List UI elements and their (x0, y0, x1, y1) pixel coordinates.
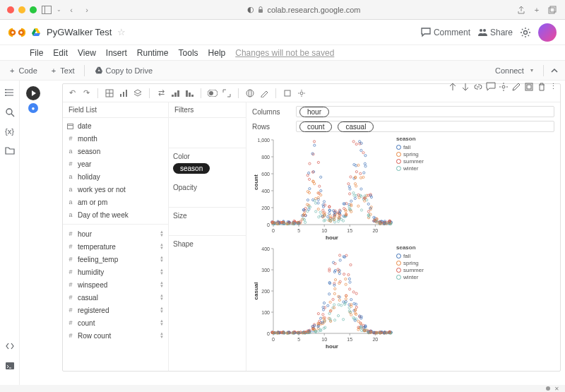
field-agg-stepper[interactable]: ▲▼ (160, 256, 164, 263)
add-text-button[interactable]: + Text (47, 65, 79, 76)
config-icon[interactable] (297, 88, 307, 98)
field-row[interactable]: date (63, 119, 168, 132)
share-button[interactable]: Share (477, 28, 513, 37)
star-icon[interactable]: ☆ (117, 27, 126, 37)
field-row[interactable]: #year (63, 158, 168, 170)
copy-to-drive-button[interactable]: Copy to Drive (90, 65, 157, 76)
sort-desc-icon[interactable] (184, 88, 194, 98)
rows-shelf[interactable]: Rows count casual (252, 120, 554, 133)
field-row[interactable]: #count▲▼ (63, 316, 168, 329)
legend-item[interactable]: summer (396, 266, 424, 273)
legend-item[interactable]: fall (396, 143, 424, 150)
unsaved-notice[interactable]: Changes will not be saved (235, 48, 334, 58)
aggregate-icon[interactable] (105, 88, 114, 98)
move-down-icon[interactable] (460, 82, 470, 92)
field-row[interactable]: #casual▲▼ (63, 291, 168, 304)
color-encoding-slot[interactable]: season (173, 163, 242, 174)
undo-icon[interactable]: ↶ (67, 88, 77, 98)
field-agg-stepper[interactable]: ▲▼ (160, 230, 164, 237)
field-agg-stepper[interactable]: ▲▼ (160, 243, 164, 250)
geo-icon[interactable] (245, 88, 255, 98)
columns-shelf[interactable]: Columns hour (252, 105, 554, 118)
row-pill-count[interactable]: count (299, 121, 332, 132)
shape-encoding-slot[interactable] (173, 251, 242, 255)
field-agg-stepper[interactable]: ▲▼ (160, 332, 164, 339)
document-title[interactable]: PyGWalker Test (47, 27, 112, 37)
field-row[interactable]: aholiday (63, 170, 168, 183)
close-panel-icon[interactable]: ✕ (554, 386, 559, 392)
field-row[interactable]: #feeling_temp▲▼ (63, 253, 168, 266)
comment-button[interactable]: Comment (421, 28, 470, 37)
color-icon[interactable] (259, 88, 269, 98)
legend-item[interactable]: fall (396, 252, 424, 259)
stack-icon[interactable] (133, 88, 143, 98)
add-code-button[interactable]: + Code (6, 65, 42, 76)
legend-item[interactable]: winter (396, 273, 424, 280)
transpose-icon[interactable]: ⇄ (156, 88, 166, 98)
tabs-overview-icon[interactable] (547, 4, 558, 16)
run-cell-button[interactable] (26, 86, 40, 100)
collapse-toggle-icon[interactable] (549, 66, 559, 76)
menu-edit[interactable]: Edit (53, 48, 68, 58)
folder-icon[interactable] (5, 145, 15, 155)
field-agg-stepper[interactable]: ▲▼ (160, 281, 164, 288)
opacity-encoding-slot[interactable] (173, 194, 242, 198)
variables-icon[interactable]: {x} (5, 127, 14, 136)
maximize-window-button[interactable] (30, 6, 37, 13)
field-row[interactable]: aDay of the week (63, 208, 168, 221)
close-window-button[interactable] (7, 6, 14, 13)
settings-cell-icon[interactable] (499, 82, 509, 92)
menu-insert[interactable]: Insert (106, 48, 127, 58)
comment-cell-icon[interactable] (486, 82, 496, 92)
field-agg-stepper[interactable]: ▲▼ (160, 268, 164, 275)
menu-help[interactable]: Help (208, 48, 226, 58)
menu-runtime[interactable]: Runtime (137, 48, 169, 58)
connect-button[interactable]: Connect ▾ (491, 65, 537, 76)
address-bar[interactable]: ◐ colab.research.google.com (97, 5, 511, 14)
terminal-icon[interactable] (5, 361, 15, 371)
field-agg-stepper[interactable]: ▲▼ (160, 294, 164, 301)
field-row[interactable]: #hour▲▼ (63, 227, 168, 240)
export-icon[interactable] (282, 88, 292, 98)
gear-icon[interactable] (520, 27, 531, 38)
more-icon[interactable]: ⋮ (549, 82, 558, 92)
axis-toggle-icon[interactable] (208, 88, 218, 98)
field-row[interactable]: #temperature▲▼ (63, 240, 168, 253)
field-row[interactable]: #registered▲▼ (63, 304, 168, 316)
link-icon[interactable] (473, 82, 483, 92)
legend-item[interactable]: spring (396, 259, 424, 266)
redo-icon[interactable]: ↷ (81, 88, 91, 98)
field-row[interactable]: awork yes or not (63, 183, 168, 196)
menu-file[interactable]: File (30, 48, 43, 58)
back-button[interactable]: ‹ (66, 4, 77, 16)
legend-item[interactable]: spring (396, 150, 424, 158)
column-pill-hour[interactable]: hour (299, 107, 329, 117)
field-row[interactable]: aam or pm (63, 196, 168, 208)
size-encoding-slot[interactable] (173, 222, 242, 227)
legend-item[interactable]: winter (396, 165, 424, 172)
tab-dropdown-icon[interactable]: ⌄ (56, 6, 61, 13)
user-avatar[interactable] (538, 23, 557, 42)
filters-slot[interactable] (169, 118, 246, 146)
toc-icon[interactable] (5, 88, 15, 97)
mark-type-icon[interactable] (119, 88, 129, 98)
color-pill-season[interactable]: season (173, 163, 210, 174)
menu-view[interactable]: View (78, 48, 96, 58)
sidebar-toggle-icon[interactable] (41, 4, 52, 16)
move-up-icon[interactable] (448, 82, 458, 92)
field-row[interactable]: aseason (63, 145, 168, 158)
field-row[interactable]: #humidity▲▼ (63, 266, 168, 278)
field-agg-stepper[interactable]: ▲▼ (160, 307, 164, 314)
mirror-tab-icon[interactable] (524, 82, 534, 92)
code-snippets-icon[interactable] (5, 341, 15, 351)
edit-icon[interactable] (511, 82, 521, 92)
field-row[interactable]: #Row count▲▼ (63, 329, 168, 342)
resize-icon[interactable] (222, 88, 232, 98)
minimize-window-button[interactable] (18, 6, 25, 13)
sort-asc-icon[interactable] (170, 88, 180, 98)
menu-tools[interactable]: Tools (179, 48, 198, 58)
share-icon[interactable] (516, 4, 527, 16)
field-agg-stepper[interactable]: ▲▼ (160, 319, 164, 326)
legend-item[interactable]: summer (396, 158, 424, 165)
delete-icon[interactable] (537, 82, 547, 92)
